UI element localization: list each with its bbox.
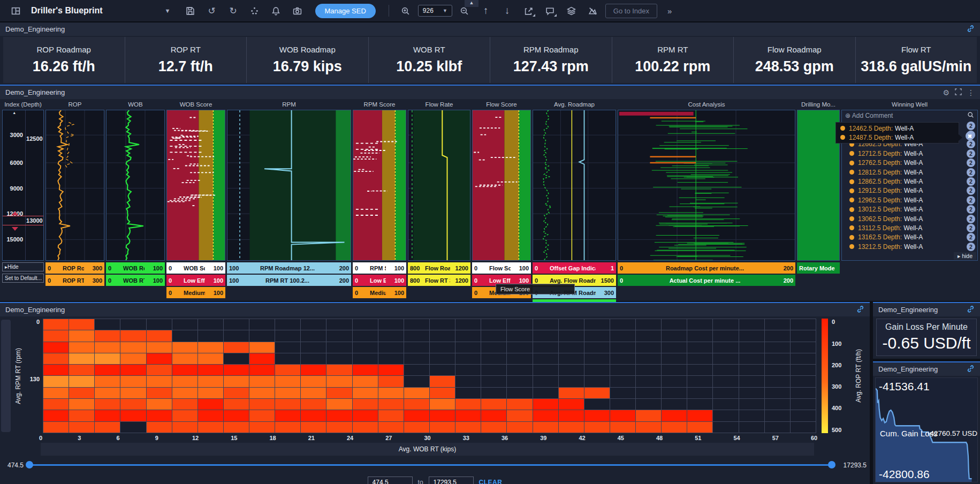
track-body-rop[interactable]	[45, 110, 104, 261]
heatmap-cell[interactable]	[69, 342, 94, 353]
heatmap-cell[interactable]	[507, 319, 532, 330]
comment-icon[interactable]	[541, 3, 559, 19]
heatmap-cell[interactable]	[95, 399, 120, 410]
winning-well-item[interactable]: 13012.5 Depth:Well-A2	[842, 205, 977, 214]
item-count-badge[interactable]: 2	[967, 177, 975, 186]
heatmap-cell[interactable]	[610, 376, 635, 387]
heatmap-cell[interactable]	[430, 422, 455, 433]
go-to-index-input[interactable]: Go to Index	[605, 4, 657, 18]
heatmap-cell[interactable]	[120, 365, 146, 375]
winning-well-item[interactable]: 13062.5 Depth:Well-A2	[842, 214, 977, 223]
heatmap-cell[interactable]	[147, 330, 172, 341]
heatmap-cell[interactable]	[95, 422, 120, 433]
heatmap-cell[interactable]	[610, 342, 635, 353]
heatmap-cell[interactable]	[687, 342, 712, 353]
screenshot-camera-icon[interactable]	[288, 3, 307, 19]
heatmap-cell[interactable]	[120, 388, 146, 398]
heatmap-cell[interactable]	[430, 410, 455, 421]
heatmap-cell[interactable]	[147, 399, 172, 410]
heatmap-cell[interactable]	[147, 319, 172, 330]
cluster-icon[interactable]	[246, 3, 264, 19]
heatmap-cell[interactable]	[249, 319, 275, 330]
heatmap-cell[interactable]	[326, 353, 352, 364]
heatmap-cell[interactable]	[43, 353, 69, 364]
zoom-level-select[interactable]: 926 ▼	[418, 5, 452, 17]
heatmap-cell[interactable]	[224, 342, 249, 353]
heatmap-cell[interactable]	[610, 410, 635, 421]
track-body-flow-score[interactable]	[472, 110, 531, 261]
heatmap-cell[interactable]	[69, 319, 94, 330]
link-icon[interactable]	[967, 305, 975, 315]
scroll-down-icon[interactable]: ↓	[498, 3, 516, 19]
heatmap-cell[interactable]	[69, 410, 94, 421]
heatmap-cell[interactable]	[172, 410, 197, 421]
heatmap-cell[interactable]	[198, 399, 223, 410]
heatmap-scrollbar[interactable]	[1, 320, 11, 432]
heatmap-cell[interactable]	[791, 342, 816, 353]
heatmap-cell[interactable]	[275, 399, 300, 410]
item-count-badge[interactable]: 2	[967, 243, 975, 251]
heatmap-cell[interactable]	[353, 342, 378, 353]
heatmap-cell[interactable]	[224, 319, 249, 330]
heatmap-cell[interactable]	[43, 342, 69, 353]
heatmap-cell[interactable]	[713, 410, 738, 421]
heatmap-cell[interactable]	[326, 330, 352, 341]
heatmap-cell[interactable]	[584, 410, 610, 421]
heatmap-cell[interactable]	[326, 319, 352, 330]
heatmap-cell[interactable]	[326, 342, 352, 353]
heatmap-cell[interactable]	[120, 319, 146, 330]
heatmap-cell[interactable]	[739, 376, 764, 387]
slider-handle-left[interactable]	[26, 461, 33, 468]
heatmap-cell[interactable]	[404, 330, 429, 341]
range-from-input[interactable]	[368, 477, 413, 484]
heatmap-cell[interactable]	[249, 353, 275, 364]
heatmap-cell[interactable]	[249, 399, 275, 410]
heatmap-cell[interactable]	[198, 365, 223, 375]
heatmap-cell[interactable]	[249, 376, 275, 387]
heatmap-cell[interactable]	[378, 353, 404, 364]
legend-curve[interactable]: 800Flow Roadm...1200	[408, 262, 470, 274]
heatmap-cell[interactable]	[687, 422, 712, 433]
heatmap-cell[interactable]	[636, 422, 661, 433]
heatmap-cell[interactable]	[791, 353, 816, 364]
heatmap-cell[interactable]	[533, 342, 558, 353]
heatmap-cell[interactable]	[533, 319, 558, 330]
heatmap-cell[interactable]	[43, 388, 69, 398]
legend-curve[interactable]: 0Flow Score...100	[472, 262, 531, 274]
heatmap-cell[interactable]	[147, 422, 172, 433]
heatmap-cell[interactable]	[378, 319, 404, 330]
heatmap-cell[interactable]	[69, 330, 94, 341]
heatmap-cell[interactable]	[198, 376, 223, 387]
clear-range-button[interactable]: CLEAR	[479, 479, 503, 484]
legend-curve[interactable]: 0Avg. WOB Roadmap 1...100	[533, 299, 616, 302]
heatmap-cell[interactable]	[198, 330, 223, 341]
heatmap-cell[interactable]	[481, 330, 506, 341]
heatmap-cell[interactable]	[791, 319, 816, 330]
settings-gear-icon[interactable]: ⚙	[943, 88, 949, 97]
heatmap-cell[interactable]	[430, 388, 455, 398]
heatmap-cell[interactable]	[455, 399, 481, 410]
heatmap-cell[interactable]	[224, 353, 249, 364]
heatmap-cell[interactable]	[301, 330, 326, 341]
zoom-in-icon[interactable]	[397, 3, 415, 19]
heatmap-cell[interactable]	[275, 342, 300, 353]
heatmap-cell[interactable]	[224, 399, 249, 410]
heatmap-cell[interactable]	[791, 376, 816, 387]
kpi-card[interactable]: WOB Roadmap16.79 kips	[246, 37, 368, 83]
heatmap-cell[interactable]	[584, 422, 610, 433]
heatmap-cell[interactable]	[430, 342, 455, 353]
heatmap-cell[interactable]	[326, 388, 352, 398]
heatmap-plot[interactable]	[43, 319, 816, 433]
item-count-badge[interactable]: 2	[967, 205, 975, 214]
heatmap-cell[interactable]	[662, 422, 687, 433]
heatmap-cell[interactable]	[301, 410, 326, 421]
heatmap-cell[interactable]	[95, 342, 120, 353]
heatmap-cell[interactable]	[326, 365, 352, 375]
kpi-card[interactable]: RPM Roadmap127.43 rpm	[490, 37, 612, 83]
track-body-cost-analysis[interactable]	[618, 110, 795, 261]
heatmap-cell[interactable]	[559, 388, 584, 398]
heatmap-cell[interactable]	[326, 376, 352, 387]
heatmap-cell[interactable]	[610, 353, 635, 364]
heatmap-cell[interactable]	[559, 410, 584, 421]
heatmap-cell[interactable]	[404, 410, 429, 421]
